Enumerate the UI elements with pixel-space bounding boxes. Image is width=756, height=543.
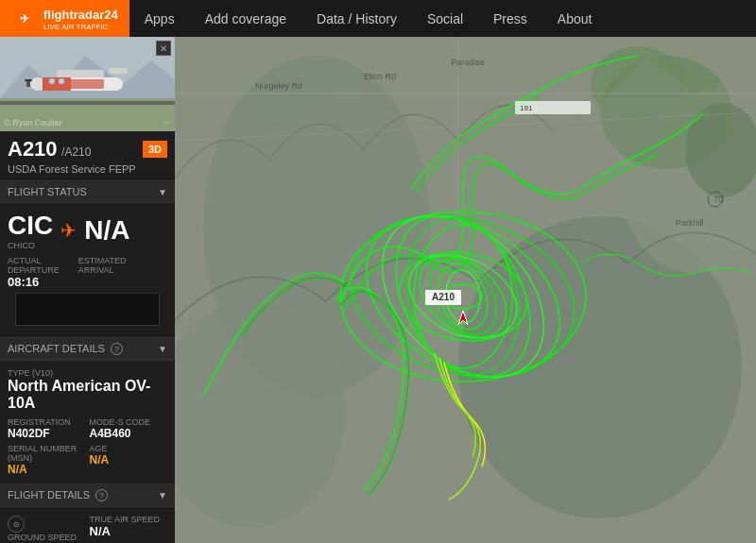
svg-point-15 xyxy=(59,78,64,84)
svg-rect-7 xyxy=(57,70,104,77)
navigation: Apps Add coverage Data / History Social … xyxy=(129,0,608,37)
aircraft-details-header[interactable]: AIRCRAFT DETAILS ? ▼ xyxy=(0,338,175,361)
departure-sub: DEPARTURE xyxy=(8,265,60,275)
origin-name: CHICO xyxy=(8,241,53,250)
chevron-down-icon-3: ▼ xyxy=(158,490,167,501)
svg-text:✈: ✈ xyxy=(20,12,29,25)
btn-3d[interactable]: 3D xyxy=(143,141,167,158)
svg-rect-8 xyxy=(109,68,128,74)
registration-key: REGISTRATION xyxy=(8,417,86,427)
nav-item-press[interactable]: Press xyxy=(478,0,542,37)
detail-grid: REGISTRATION N402DF MODE-S CODE A4B460 S… xyxy=(8,417,167,476)
flight-details-label: FLIGHT DETAILS ? xyxy=(8,489,108,501)
type-label: TYPE (V10) xyxy=(8,368,167,378)
registration-val: N402DF xyxy=(8,427,86,440)
callsign: A210 xyxy=(8,137,58,161)
photo-edit-icon[interactable]: ✏ xyxy=(163,117,171,127)
nav-item-data-history[interactable]: Data / History xyxy=(301,0,412,37)
svg-rect-13 xyxy=(25,79,32,81)
mode-s-key: MODE-S CODE xyxy=(90,417,168,427)
departure-label: ACTUAL xyxy=(8,256,60,265)
aircraft-photo: © Ryan Coulter ✏ ✕ xyxy=(0,37,175,131)
route-row: CIC CHICO ✈ N/A xyxy=(8,211,167,250)
logo-text: flightradar24 xyxy=(43,8,118,22)
departure-col: ACTUAL DEPARTURE 08:16 xyxy=(8,256,60,289)
speedometer-icon: ⊙ xyxy=(8,516,25,533)
serial-item: SERIAL NUMBER (MSN) N/A xyxy=(8,444,86,476)
svg-point-14 xyxy=(49,78,55,84)
nav-item-add-coverage[interactable]: Add coverage xyxy=(190,0,301,37)
dest-block: N/A xyxy=(84,215,129,246)
departure-time: 08:16 xyxy=(8,275,60,289)
svg-text:70: 70 xyxy=(713,195,723,204)
detail-box xyxy=(15,293,160,326)
chevron-down-icon-2: ▼ xyxy=(158,344,167,354)
ground-speed-key: GROUND SPEED xyxy=(8,533,86,542)
nav-item-social[interactable]: Social xyxy=(412,0,478,37)
arrival-label: ESTIMATED xyxy=(78,256,127,265)
flight-status-header[interactable]: FLIGHT STATUS ▼ xyxy=(0,181,175,203)
aircraft-details-label: AIRCRAFT DETAILS ? xyxy=(8,343,123,355)
svg-rect-11 xyxy=(71,79,104,89)
mode-s-item: MODE-S CODE A4B460 xyxy=(90,417,168,440)
true-air-speed-item: TRUE AIR SPEED N/A xyxy=(90,515,168,543)
nav-item-apps[interactable]: Apps xyxy=(129,0,190,37)
aircraft-photo-svg xyxy=(0,37,175,131)
map-svg: A210 Paradise Elion Rd Nurgeley Rd Parkh… xyxy=(175,37,756,543)
dest-code: N/A xyxy=(84,215,129,246)
age-item: AGE N/A xyxy=(90,444,168,476)
svg-text:Paradise: Paradise xyxy=(451,58,485,67)
svg-text:Elion Rd: Elion Rd xyxy=(364,72,396,81)
arrival-sub: ARRIVAL xyxy=(78,265,127,275)
logo[interactable]: ✈ flightradar24 LIVE AIR TRAFFIC xyxy=(0,0,129,37)
flight-status: CIC CHICO ✈ N/A ACTUAL DEPARTURE 08:16 E… xyxy=(0,203,175,338)
chevron-down-icon: ▼ xyxy=(158,187,167,197)
logo-sub: LIVE AIR TRAFFIC xyxy=(43,23,118,31)
flight-status-label: FLIGHT STATUS xyxy=(8,186,87,197)
flight-details-header[interactable]: FLIGHT DETAILS ? ▼ xyxy=(0,484,175,507)
registration-display: /A210 xyxy=(61,145,91,159)
ground-speed-item: ⊙ GROUND SPEED 128 kts xyxy=(8,515,86,543)
true-air-speed-key: TRUE AIR SPEED xyxy=(90,515,168,524)
sidebar: © Ryan Coulter ✏ ✕ 3D A210 /A210 USDA Fo… xyxy=(0,37,175,543)
registration-item: REGISTRATION N402DF xyxy=(8,417,86,440)
svg-rect-10 xyxy=(43,77,71,91)
age-val: N/A xyxy=(90,453,168,467)
route-arrow-icon: ✈ xyxy=(60,219,77,242)
origin-block: CIC CHICO xyxy=(8,211,53,250)
flight-detail-grid-1: ⊙ GROUND SPEED 128 kts TRUE AIR SPEED N/… xyxy=(8,515,167,543)
header: ✈ flightradar24 LIVE AIR TRAFFIC Apps Ad… xyxy=(0,0,756,37)
svg-text:Parkhill: Parkhill xyxy=(676,218,704,228)
age-key: AGE xyxy=(90,444,168,453)
aircraft-details: TYPE (V10) North American OV-10A REGISTR… xyxy=(0,361,175,484)
close-button[interactable]: ✕ xyxy=(156,41,171,56)
serial-key: SERIAL NUMBER (MSN) xyxy=(8,444,86,463)
dep-arr: ACTUAL DEPARTURE 08:16 ESTIMATED ARRIVAL xyxy=(8,256,167,289)
logo-icon: ✈ xyxy=(11,6,38,32)
info-icon[interactable]: ? xyxy=(111,343,123,355)
operator: USDA Forest Service FEPP xyxy=(8,163,167,175)
nav-item-about[interactable]: About xyxy=(542,0,608,37)
svg-text:A210: A210 xyxy=(432,292,455,302)
true-air-speed-val: N/A xyxy=(90,524,168,538)
svg-text:Nurgeley Rd: Nurgeley Rd xyxy=(255,81,302,91)
svg-rect-5 xyxy=(0,101,175,105)
mode-s-val: A4B460 xyxy=(90,427,168,440)
arrival-col: ESTIMATED ARRIVAL xyxy=(78,256,127,289)
info-icon-2[interactable]: ? xyxy=(95,489,108,501)
type-value: North American OV-10A xyxy=(8,378,167,412)
flight-details: ⊙ GROUND SPEED 128 kts TRUE AIR SPEED N/… xyxy=(0,507,175,543)
origin-code: CIC xyxy=(8,211,53,241)
serial-val: N/A xyxy=(8,463,86,476)
aircraft-title: 3D A210 /A210 USDA Forest Service FEPP xyxy=(0,131,175,181)
photo-credit: © Ryan Coulter xyxy=(4,118,62,127)
map-area[interactable]: A210 Paradise Elion Rd Nurgeley Rd Parkh… xyxy=(175,37,756,543)
svg-text:191: 191 xyxy=(520,104,533,112)
svg-rect-12 xyxy=(26,81,30,87)
